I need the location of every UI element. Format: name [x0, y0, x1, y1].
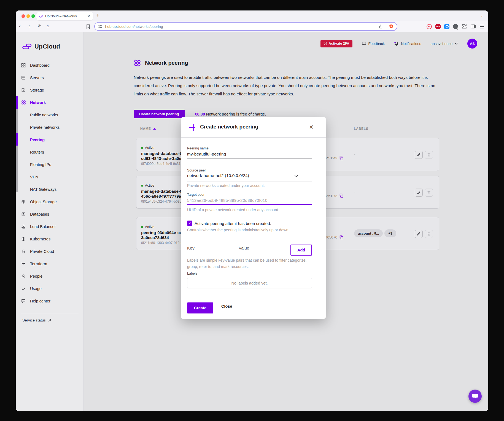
modal-close-button[interactable]: Close — [218, 304, 236, 311]
input-underline — [187, 181, 312, 181]
tab-title: UpCloud – Networks — [45, 14, 85, 18]
sidebar-item-vpn[interactable]: VPN — [16, 171, 83, 183]
app-header: Activate 2FA Feedback Notifications — [320, 39, 477, 49]
modal-close-icon[interactable]: ✕ — [309, 124, 314, 130]
sidebar-item-floating-ips[interactable]: Floating IPs — [16, 158, 83, 171]
traffic-light-close[interactable] — [21, 14, 25, 18]
target-peer-label: Target peer — [187, 193, 204, 197]
label-key-input[interactable] — [187, 246, 234, 251]
sidebar-item-load-balancer[interactable]: Load Balancer — [16, 220, 83, 233]
source-peer-help: Private networks created under your acco… — [187, 183, 265, 188]
home-icon[interactable]: ⌂ — [47, 23, 49, 28]
status-badge: Active — [141, 146, 154, 150]
label-pill[interactable]: account : 9... — [354, 229, 383, 237]
status-badge: Active — [141, 184, 154, 187]
copy-icon[interactable] — [339, 156, 344, 160]
forward-icon[interactable]: › — [29, 23, 31, 29]
label-value-input[interactable] — [239, 246, 281, 251]
sidebar-item-network[interactable]: Network — [16, 96, 83, 109]
tab-search-chevron-icon[interactable]: ⌄ — [480, 13, 483, 17]
labels-empty-box: No labels added yet. — [187, 278, 312, 288]
delete-button[interactable] — [425, 151, 433, 159]
copy-icon[interactable] — [339, 235, 344, 240]
sidebar-item-routers[interactable]: Routers — [16, 146, 83, 158]
extensions-puzzle-icon[interactable] — [462, 24, 467, 29]
sidebar-item-servers[interactable]: Servers — [16, 71, 83, 84]
column-header-labels: LABELS — [354, 127, 368, 131]
delete-button[interactable] — [425, 189, 433, 197]
password-manager-extension-icon[interactable] — [444, 24, 449, 29]
label-more-pill[interactable]: +3 — [384, 229, 396, 237]
sidebar-scrollbar[interactable] — [16, 109, 18, 192]
sidebar-item-usage[interactable]: Usage — [16, 282, 83, 295]
column-header-name[interactable]: NAME — [140, 127, 156, 131]
edit-button[interactable] — [415, 230, 423, 238]
source-peer-label: Source peer — [187, 168, 206, 172]
modal-create-button[interactable]: Create — [187, 302, 213, 313]
edit-button[interactable] — [415, 189, 423, 197]
adblock-plus-extension-icon[interactable]: ABP — [435, 24, 441, 29]
feedback-button[interactable]: Feedback — [362, 42, 385, 46]
peering-uuid: 0f211c80-1303-4e07-912d-2 — [141, 241, 185, 245]
chat-widget-button[interactable] — [468, 390, 482, 403]
browser-toolbar: ‹ › ⟳ ⌂ hub.upcloud.com/networks/peering — [16, 21, 488, 32]
share-icon[interactable] — [379, 24, 383, 29]
upcloud-logo[interactable]: UpCloud — [22, 43, 60, 50]
avatar[interactable]: AS — [467, 39, 477, 49]
lock-extension-icon[interactable] — [453, 24, 458, 29]
activate-peering-checkbox[interactable]: ✓ — [187, 221, 192, 226]
labels-help-text: Labels are simple key-value pairs that c… — [187, 257, 310, 270]
sidebar-item-dashboard[interactable]: Dashboard — [16, 59, 83, 71]
browser-tabbar: UpCloud – Networks ✕ + ⌄ — [16, 10, 488, 21]
input-underline-focused — [187, 204, 312, 205]
sidebar-item-storage[interactable]: Storage — [16, 84, 83, 96]
sidebar-item-kubernetes[interactable]: Kubernetes — [16, 233, 83, 245]
traffic-light-zoom[interactable] — [31, 14, 35, 18]
reload-icon[interactable]: ⟳ — [38, 23, 41, 28]
sidebar-item-help-center[interactable]: Help center — [16, 295, 83, 307]
target-peer-input[interactable] — [187, 197, 312, 203]
sidebar-item-terraform[interactable]: Terraform — [16, 258, 83, 270]
price-note: €0.00 Network peering is free of charge. — [195, 112, 266, 116]
user-menu[interactable]: ansavchenco — [430, 42, 458, 46]
sidebar-item-people[interactable]: People — [16, 270, 83, 282]
tab-close-icon[interactable]: ✕ — [87, 14, 90, 18]
peering-name-input[interactable] — [187, 151, 312, 157]
servers-icon — [21, 76, 27, 80]
sidebar-item-public-networks[interactable]: Public networks — [16, 109, 83, 121]
sidebar-item-private-cloud[interactable]: Private Cloud — [16, 245, 83, 258]
source-peer-select[interactable]: network-home-hel2 (10.0.0.0/24) — [187, 173, 312, 178]
peering-name: peering-03dc094e-cd3a0eca78d634 — [141, 230, 182, 240]
notifications-button[interactable]: Notifications — [394, 41, 421, 46]
service-status-link[interactable]: Service status — [22, 318, 51, 322]
edit-button[interactable] — [415, 151, 423, 159]
active-indicator-peering — [16, 133, 18, 146]
tune-icon[interactable] — [98, 24, 103, 29]
sidebar-item-databases[interactable]: Databases — [16, 208, 83, 220]
sidebar-toggle-icon[interactable] — [470, 24, 476, 29]
copy-icon[interactable] — [339, 194, 344, 198]
menu-hamburger-icon[interactable] — [479, 24, 485, 29]
pocket-extension-icon[interactable] — [426, 24, 432, 29]
bookmark-icon[interactable] — [86, 24, 90, 29]
sidebar-nav: Dashboard Servers Storage Network Public… — [16, 59, 83, 307]
delete-button[interactable] — [425, 230, 433, 238]
sidebar-item-object-storage[interactable]: Object Storage — [16, 195, 83, 208]
new-tab-button[interactable]: + — [96, 12, 99, 18]
back-icon[interactable]: ‹ — [19, 23, 21, 29]
sidebar-item-private-networks[interactable]: Private networks — [16, 121, 83, 133]
url-host: hub.upcloud.com — [105, 25, 134, 29]
url-bar[interactable]: hub.upcloud.com/networks/peering — [94, 22, 397, 31]
active-indicator-network — [16, 96, 18, 109]
traffic-light-minimize[interactable] — [26, 14, 30, 18]
brave-shield-icon[interactable] — [389, 24, 394, 29]
kubernetes-icon — [21, 237, 27, 241]
add-label-button[interactable]: Add — [290, 245, 312, 256]
sidebar-item-nat-gateways[interactable]: NAT Gateways — [16, 183, 83, 195]
activate-2fa-button[interactable]: Activate 2FA — [320, 40, 352, 47]
browser-tab[interactable]: UpCloud – Networks ✕ — [36, 12, 93, 20]
create-network-peering-button[interactable]: Create network peering — [134, 110, 185, 118]
status-dot-icon — [141, 226, 143, 228]
labels-label: Labels — [187, 272, 197, 275]
sidebar-item-peering[interactable]: Peering — [16, 133, 83, 146]
